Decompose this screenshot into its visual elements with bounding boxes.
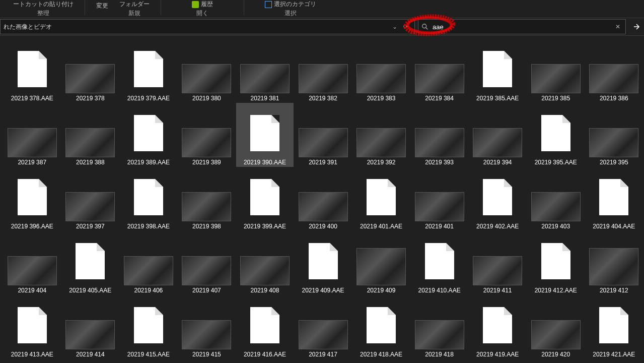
file-item[interactable]: 20219 413.AAE [4,295,61,359]
ribbon-change[interactable]: 変更 [96,2,108,10]
file-item[interactable]: 20219 385.AAE [469,39,526,103]
file-name: 20219 379.AAE [127,95,170,102]
file-item[interactable]: 20219 412.AAE [527,231,585,295]
file-item[interactable]: 20219 404.AAE [585,167,642,231]
file-item[interactable]: 20219 416.AAE [236,295,294,359]
svg-line-3 [426,28,428,30]
ribbon-group-select: 選択のカテゴリ 選択 [246,0,335,18]
file-item[interactable]: 20219 411 [469,231,526,295]
file-item[interactable]: 20219 380 [178,39,236,103]
file-item[interactable]: 20219 401.AAE [352,167,410,231]
search-box[interactable]: ✕ [418,19,626,34]
file-name: 20219 385.AAE [476,95,519,102]
file-item[interactable]: 20219 421.AAE [585,295,642,359]
file-item[interactable]: 20219 397 [62,167,119,231]
ribbon-history[interactable]: 履歴 [192,0,213,9]
file-icon [250,307,279,343]
file-item[interactable]: 20219 388 [62,103,119,167]
file-name: 20219 398 [192,223,221,230]
file-name: 20219 416.AAE [244,351,286,358]
file-item[interactable]: 20219 392 [352,103,410,167]
file-item[interactable]: 20219 391 [295,103,352,167]
file-icon [134,115,163,151]
file-item[interactable]: 20219 389.AAE [120,103,177,167]
file-item[interactable]: 20219 381 [236,39,294,103]
file-item[interactable]: 20219 384 [411,39,468,103]
file-item[interactable]: 20219 378 [62,39,119,103]
file-item[interactable]: 20219 401 [411,167,468,231]
file-item[interactable]: 20219 415 [178,295,236,359]
file-name: 20219 393 [425,159,454,166]
chevron-down-icon[interactable]: ⌄ [389,23,400,30]
refresh-icon[interactable]: ⟳ [400,23,411,30]
file-item[interactable]: 20219 409 [352,231,410,295]
search-go-button[interactable] [629,19,644,34]
file-name: 20219 399.AAE [244,223,286,230]
image-thumbnail [299,128,348,157]
file-icon [134,179,163,215]
file-item[interactable]: 20219 403 [527,167,585,231]
image-thumbnail [589,248,638,285]
file-item[interactable]: 20219 400 [295,167,352,231]
ribbon-paste-shortcut[interactable]: ートカットの貼り付け [13,0,74,9]
image-thumbnail [240,64,290,93]
file-icon [134,307,163,343]
file-item[interactable]: 20219 379.AAE [120,39,177,103]
address-bar[interactable]: れた画像とビデオ ⌄ ⟳ [0,19,415,34]
file-item[interactable]: 20219 408 [236,231,294,295]
file-name: 20219 390.AAE [244,159,286,166]
file-item[interactable]: 20219 385 [527,39,585,103]
file-item[interactable]: 20219 387 [4,103,61,167]
search-input[interactable] [432,23,613,31]
file-item[interactable]: 20219 420 [527,295,585,359]
file-item[interactable]: 20219 402.AAE [469,167,526,231]
file-item[interactable]: 20219 419.AAE [469,295,526,359]
clear-search-icon[interactable]: ✕ [613,23,622,30]
file-name: 20219 387 [18,159,46,166]
file-item[interactable]: 20219 395 [585,103,642,167]
file-item[interactable]: 20219 398 [178,167,236,231]
file-item[interactable]: 20219 383 [352,39,410,103]
file-item[interactable]: 20219 386 [585,39,642,103]
file-item[interactable]: 20219 382 [295,39,352,103]
file-item[interactable]: 20219 378.AAE [4,39,61,103]
file-item[interactable]: 20219 394 [469,103,526,167]
file-item[interactable]: 20219 396.AAE [4,167,61,231]
file-item[interactable]: 20219 393 [411,103,468,167]
image-thumbnail [182,192,231,221]
file-item[interactable]: 20219 405.AAE [62,231,119,295]
image-thumbnail [415,320,464,349]
address-path: れた画像とビデオ [4,23,389,31]
file-item[interactable]: 20219 407 [178,231,236,295]
file-icon [367,179,396,215]
ribbon-select-category[interactable]: 選択のカテゴリ [265,0,316,9]
file-item[interactable]: 20219 398.AAE [120,167,177,231]
file-item[interactable]: 20219 390.AAE [236,103,294,167]
file-item[interactable]: 20219 409.AAE [295,231,352,295]
file-icon [76,243,105,279]
file-name: 20219 418.AAE [360,351,402,358]
file-item[interactable]: 20219 418.AAE [352,295,410,359]
file-grid[interactable]: 20219 378.AAE20219 37820219 379.AAE20219… [0,36,644,363]
ribbon-folder[interactable]: フォルダー [119,0,150,9]
search-icon [421,23,428,30]
file-icon [367,307,396,343]
ribbon-group-open: 履歴 開く [163,0,242,18]
image-thumbnail [589,64,638,93]
file-item[interactable]: 20219 414 [62,295,119,359]
file-item[interactable]: 20219 412 [585,231,642,295]
file-item[interactable]: 20219 415.AAE [120,295,177,359]
file-icon [483,179,512,215]
file-name: 20219 401.AAE [360,223,402,230]
file-icon [18,307,47,343]
file-icon [250,179,279,215]
file-item[interactable]: 20219 395.AAE [527,103,585,167]
file-icon [309,243,338,279]
file-item[interactable]: 20219 399.AAE [236,167,294,231]
file-item[interactable]: 20219 406 [120,231,177,295]
file-item[interactable]: 20219 389 [178,103,236,167]
file-item[interactable]: 20219 404 [4,231,61,295]
file-item[interactable]: 20219 410.AAE [411,231,468,295]
file-item[interactable]: 20219 418 [411,295,468,359]
file-item[interactable]: 20219 417 [295,295,352,359]
